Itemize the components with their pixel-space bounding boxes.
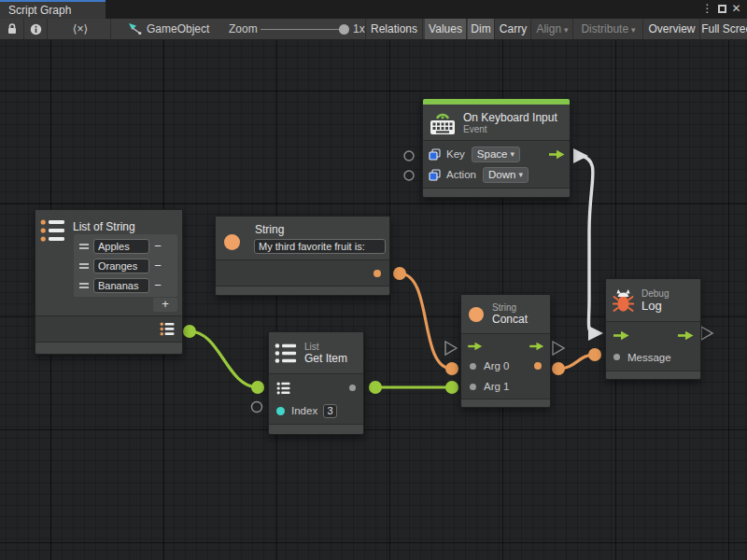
port-getitem-list-input[interactable]	[251, 381, 264, 394]
graph-toolbar: ⟨×⟩ GameObject Zoom 1x Relations Values …	[0, 19, 747, 40]
tab-title: Script Graph	[8, 4, 71, 17]
flow-out-arrow-icon	[677, 330, 694, 341]
relations-button[interactable]: Relations	[366, 19, 423, 39]
list-editor: − − −	[74, 234, 177, 297]
enum-icon	[429, 169, 441, 181]
port-event-key-input[interactable]	[404, 151, 414, 161]
node-string-literal[interactable]: String	[215, 216, 390, 296]
port-concat-arg0-input[interactable]	[445, 362, 458, 375]
dim-button[interactable]: Dim	[468, 19, 495, 39]
string-value-field[interactable]	[254, 239, 386, 254]
enum-icon	[429, 148, 441, 161]
port-concat-result-output[interactable]	[552, 362, 565, 375]
window-close-icon[interactable]: ✕	[729, 0, 743, 19]
drag-handle-icon[interactable]	[79, 283, 89, 288]
list-item-row: −	[76, 236, 176, 256]
node-footer	[269, 424, 363, 434]
node-subtitle: Event	[463, 124, 557, 134]
int-type-dot	[276, 407, 285, 415]
wire-event-to-log[interactable]	[582, 156, 594, 333]
list-input-icon	[276, 382, 291, 395]
zoom-slider-track[interactable]	[261, 29, 347, 30]
full-screen-button[interactable]: Full Screen	[701, 19, 747, 39]
port-log-message-input[interactable]	[588, 348, 601, 361]
caret-down-icon: ▾	[631, 25, 636, 35]
unity-script-graph-window: Script Graph ⋮ ✕ ⟨×⟩ GameObject Zoom 1x …	[0, 0, 747, 560]
getitem-result-dot[interactable]	[349, 385, 356, 391]
list-item-row: −	[76, 275, 176, 295]
node-title: Concat	[492, 313, 528, 326]
overview-button[interactable]: Overview	[644, 19, 700, 39]
node-title: On Keyboard Input	[463, 111, 557, 124]
caret-down-icon: ▾	[510, 149, 514, 159]
edit-source-icon[interactable]: ⟨×⟩	[63, 19, 97, 39]
index-value-field[interactable]	[323, 404, 337, 418]
list-icon	[275, 343, 298, 364]
node-debug-log[interactable]: Debug Log Message	[605, 278, 701, 380]
wire-list-to-getitem[interactable]	[190, 331, 258, 387]
list-item-field[interactable]	[93, 239, 149, 254]
port-list-output[interactable]	[183, 325, 196, 338]
string-type-icon	[224, 234, 240, 250]
node-on-keyboard-input[interactable]: On Keyboard Input Event Key Space▾	[422, 98, 571, 198]
port-getitem-output[interactable]	[369, 381, 382, 394]
list-output-icon	[160, 322, 176, 336]
window-menu-icon[interactable]: ⋮	[700, 0, 714, 19]
window-maximize-icon[interactable]	[718, 5, 726, 13]
port-event-action-input[interactable]	[404, 171, 414, 180]
key-dropdown[interactable]: Space▾	[472, 147, 520, 162]
drag-handle-icon[interactable]	[79, 263, 89, 269]
node-footer	[423, 188, 570, 197]
node-concat[interactable]: String Concat Arg 0	[460, 294, 551, 408]
title-tab-bar: Script Graph ⋮ ✕	[0, 0, 747, 19]
node-get-item[interactable]: List Get Item Index	[268, 331, 364, 435]
wire-string-to-concat[interactable]	[400, 273, 452, 369]
action-dropdown[interactable]: Down▾	[483, 167, 529, 183]
port-log-flow-input[interactable]	[588, 326, 603, 341]
gameobject-graph-icon	[127, 19, 144, 39]
port-string-output[interactable]	[393, 267, 406, 280]
node-title: List of String	[73, 220, 135, 233]
port-concat-arg1-input[interactable]	[445, 381, 458, 394]
keyboard-icon	[429, 110, 457, 135]
port-concat-flow-input[interactable]	[445, 342, 457, 355]
node-category: List	[304, 342, 347, 352]
message-port-label: Message	[627, 352, 671, 363]
lock-icon[interactable]	[2, 19, 22, 39]
graph-canvas[interactable]: On Keyboard Input Event Key Space▾	[0, 40, 747, 560]
list-item-field[interactable]	[93, 259, 149, 273]
node-list-of-string[interactable]: List of String − − −	[35, 209, 183, 355]
node-title: Log	[641, 299, 669, 313]
distribute-dropdown-button[interactable]: Distribute▾	[574, 19, 643, 39]
add-item-button[interactable]: +	[153, 298, 177, 312]
remove-item-icon[interactable]: −	[149, 259, 166, 273]
caret-down-icon: ▾	[518, 170, 523, 179]
node-footer	[35, 342, 182, 354]
drag-handle-icon[interactable]	[79, 244, 89, 249]
message-type-dot	[613, 354, 620, 360]
node-footer	[461, 399, 550, 407]
values-button[interactable]: Values	[425, 19, 467, 39]
string-type-icon	[469, 307, 484, 322]
arg0-port-label: Arg 0	[484, 360, 510, 371]
zoom-value: 1x	[353, 19, 365, 39]
node-footer	[606, 371, 700, 379]
port-getitem-index-input[interactable]	[252, 402, 262, 413]
port-event-trigger-output[interactable]	[573, 148, 588, 163]
gameobject-label[interactable]: GameObject	[147, 19, 209, 39]
port-log-flow-output[interactable]	[701, 327, 712, 340]
flow-out-arrow-icon	[529, 342, 544, 351]
remove-item-icon[interactable]: −	[149, 278, 166, 292]
flow-in-arrow-icon	[467, 342, 483, 351]
remove-item-icon[interactable]: −	[149, 239, 166, 253]
tab-script-graph[interactable]: Script Graph	[0, 0, 106, 19]
align-dropdown-button[interactable]: Align▾	[532, 19, 573, 39]
zoom-slider-handle[interactable]	[339, 24, 349, 35]
list-item-field[interactable]	[93, 278, 149, 293]
info-icon[interactable]	[25, 19, 46, 39]
concat-result-dot[interactable]	[534, 362, 542, 370]
string-output-dot[interactable]	[374, 270, 381, 277]
bug-icon	[613, 287, 634, 314]
port-concat-flow-output[interactable]	[553, 342, 564, 355]
carry-button[interactable]: Carry	[496, 19, 531, 39]
